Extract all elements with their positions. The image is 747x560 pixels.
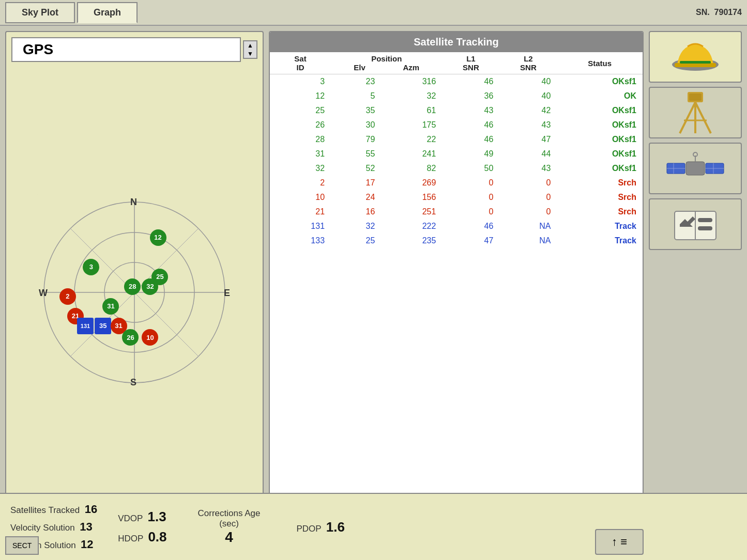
- table-row: 28 79 22 46 47 OKsf1: [270, 132, 643, 147]
- sat-azm-cell: 61: [381, 103, 442, 118]
- tab-skyplot[interactable]: Sky Plot: [5, 2, 75, 23]
- sat-id-cell: 10: [270, 190, 331, 205]
- satellite-icon: [664, 150, 726, 186]
- sat-elv-cell: 30: [331, 118, 381, 132]
- sat-azm-cell: 241: [381, 147, 442, 161]
- sky-plot: N S E W 12 3 25 28 32 2 31 21: [36, 194, 233, 391]
- svg-rect-11: [680, 61, 711, 64]
- sat-azm-cell: 269: [381, 176, 442, 190]
- sat-elv-cell: 16: [331, 205, 381, 219]
- col-sat-id: SatID: [270, 52, 331, 74]
- sat-id-cell: 31: [270, 147, 331, 161]
- sat-l2-cell: NA: [499, 219, 557, 234]
- sat-elv-cell: 79: [331, 132, 381, 147]
- sat-status-cell: OKsf1: [557, 74, 643, 89]
- pdop-col: PDOP 1.6: [297, 519, 345, 535]
- sat-status-cell: Srch: [557, 176, 643, 190]
- satellites-tracked-row: Satellites Tracked 16: [10, 503, 97, 516]
- sat-l2-cell: 0: [499, 205, 557, 219]
- table-row: 2 17 269 0 0 Srch: [270, 176, 643, 190]
- sat-elv-cell: 17: [331, 176, 381, 190]
- sat-l2-cell: 43: [499, 161, 557, 176]
- sat-id-cell: 3: [270, 74, 331, 89]
- sat-id-cell: 12: [270, 89, 331, 103]
- sat-status-cell: OKsf1: [557, 103, 643, 118]
- pdop-value: 1.6: [326, 519, 345, 535]
- sat-l2-cell: 40: [499, 74, 557, 89]
- tripod-icon: [669, 89, 721, 136]
- corrections-col: Corrections Age (sec) 4: [198, 508, 261, 546]
- sat-l1-cell: 46: [442, 132, 499, 147]
- tracking-panel: Satellite Tracking SatID PositionElvAzm …: [269, 31, 644, 524]
- table-row: 3 23 316 46 40 OKsf1: [270, 74, 643, 89]
- sat-l2-cell: 40: [499, 89, 557, 103]
- sat-l1-cell: 46: [442, 118, 499, 132]
- sat-id-cell: 133: [270, 234, 331, 248]
- menu-button[interactable]: ↑ ≡: [595, 529, 644, 555]
- sat-status-cell: OKsf1: [557, 132, 643, 147]
- sat-azm-cell: 82: [381, 161, 442, 176]
- hardhat-icon: [669, 36, 721, 77]
- col-status: Status: [557, 52, 643, 74]
- sat-l1-cell: 46: [442, 219, 499, 234]
- tab-graph[interactable]: Graph: [77, 2, 138, 23]
- manual-icon: [669, 204, 721, 245]
- sat-id-cell: 28: [270, 132, 331, 147]
- sat-azm-cell: 316: [381, 74, 442, 89]
- sat-35: 35: [95, 318, 111, 334]
- main-content: GPS ▲ ▼: [0, 26, 747, 529]
- sat-32: 32: [142, 278, 158, 295]
- sat-l2-cell: 42: [499, 103, 557, 118]
- sat-l2-cell: 47: [499, 132, 557, 147]
- table-row: 25 35 61 43 42 OKsf1: [270, 103, 643, 118]
- sat-azm-cell: 235: [381, 234, 442, 248]
- sat-28: 28: [124, 278, 141, 295]
- sat-elv-cell: 23: [331, 74, 381, 89]
- gps-arrows[interactable]: ▲ ▼: [243, 40, 257, 59]
- sat-2: 2: [59, 288, 76, 305]
- sat-id-cell: 26: [270, 118, 331, 132]
- sat-azm-cell: 32: [381, 89, 442, 103]
- sat-elv-cell: 32: [331, 219, 381, 234]
- sat-status-cell: OKsf1: [557, 161, 643, 176]
- vdop-value: 1.3: [147, 509, 166, 524]
- velocity-solution-value: 13: [80, 520, 92, 533]
- sat-status-cell: OKsf1: [557, 118, 643, 132]
- sect-button[interactable]: SECT: [5, 536, 39, 555]
- sat-id-cell: 2: [270, 176, 331, 190]
- satellites-tracked-value: 16: [85, 503, 97, 516]
- table-row: 21 16 251 0 0 Srch: [270, 205, 643, 219]
- table-row: 12 5 32 36 40 OK: [270, 89, 643, 103]
- svg-rect-30: [698, 226, 712, 230]
- sat-elv-cell: 55: [331, 147, 381, 161]
- position-solution-value: 12: [81, 538, 93, 551]
- svg-line-14: [680, 102, 695, 133]
- sat-status-cell: OKsf1: [557, 147, 643, 161]
- svg-rect-13: [689, 94, 702, 101]
- compass-south: S: [130, 377, 136, 388]
- sat-id-cell: 32: [270, 161, 331, 176]
- compass-west: W: [39, 288, 48, 299]
- sat-10: 10: [142, 329, 158, 346]
- sat-azm-cell: 251: [381, 205, 442, 219]
- sat-l1-cell: 0: [442, 205, 499, 219]
- table-row: 26 30 175 46 43 OKsf1: [270, 118, 643, 132]
- hardhat-icon-box: [649, 31, 742, 83]
- table-row: 133 25 235 47 NA Track: [270, 234, 643, 248]
- sat-3: 3: [83, 259, 99, 275]
- sat-status-cell: Track: [557, 234, 643, 248]
- serial-number: SN. 790174: [696, 8, 742, 17]
- sat-status-cell: Srch: [557, 205, 643, 219]
- sat-l2-cell: 44: [499, 147, 557, 161]
- table-row: 131 32 222 46 NA Track: [270, 219, 643, 234]
- svg-rect-20: [686, 162, 705, 175]
- sat-status-cell: Track: [557, 219, 643, 234]
- icon-panel: [649, 31, 742, 524]
- corrections-age-value: 4: [225, 529, 233, 546]
- vdop-row: VDOP 1.3: [118, 509, 166, 525]
- hdop-row: HDOP 0.8: [118, 529, 166, 545]
- table-row: 10 24 156 0 0 Srch: [270, 190, 643, 205]
- arrow-down[interactable]: ▼: [244, 50, 256, 58]
- arrow-up[interactable]: ▲: [244, 41, 256, 50]
- gps-selector: GPS ▲ ▼: [11, 37, 257, 62]
